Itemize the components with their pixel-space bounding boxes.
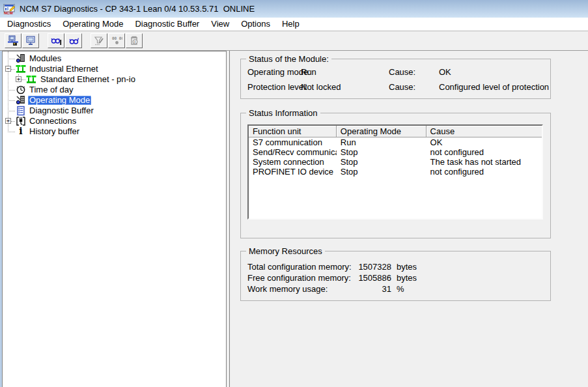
cell-operating-mode: Stop	[337, 157, 427, 167]
title-bar[interactable]: NCM NCM S7 Diagnostics - CP 343-1 Lean 0…	[0, 0, 588, 18]
ethernet-icon	[26, 74, 36, 85]
free-config-memory-value: 1505886	[332, 273, 391, 283]
cell-function-unit: S7 communication	[249, 137, 337, 147]
free-config-memory-unit: bytes	[397, 273, 417, 283]
tree-item-label[interactable]: Industrial Ethernet	[28, 64, 100, 74]
menu-diagnostics[interactable]: Diagnostics	[1, 18, 57, 31]
expand-box[interactable]: +	[16, 76, 21, 82]
cell-operating-mode: Stop	[337, 147, 427, 157]
tree-item-standard-ethernet[interactable]: + Standard Ethernet - pn-io	[3, 74, 226, 85]
menu-options[interactable]: Options	[235, 18, 276, 31]
main-area: Modules − Industrial Ethernet +	[0, 51, 588, 387]
group-title: Memory Resources	[246, 246, 325, 256]
buffer-list-icon	[16, 106, 26, 116]
glasses-icon	[68, 36, 79, 46]
tree-item-industrial-ethernet[interactable]: − Industrial Ethernet	[3, 64, 226, 74]
status-of-module-group: Status of the Module: Operating mode: Ru…	[240, 59, 551, 99]
cell-function-unit: PROFINET IO device	[249, 167, 337, 177]
module-info-button[interactable]: i	[126, 33, 143, 48]
memory-resources-group: Memory Resources Total configuration mem…	[240, 251, 551, 301]
cause-label: Cause:	[389, 82, 415, 92]
tree-item-label[interactable]: Standard Ethernet - pn-io	[39, 75, 137, 84]
module-icon	[16, 53, 26, 64]
clock-icon	[16, 85, 26, 95]
menu-diagnostic-buffer[interactable]: Diagnostic Buffer	[129, 18, 205, 31]
cell-cause: not configured	[427, 167, 542, 177]
tree-item-history-buffer[interactable]: i History buffer	[3, 126, 226, 137]
monitor-button[interactable]	[22, 33, 39, 48]
cell-cause: OK	[427, 137, 542, 147]
work-memory-usage-label: Work memory usage:	[247, 284, 328, 294]
total-config-memory-value: 1507328	[332, 262, 391, 272]
navigation-tree-panel[interactable]: Modules − Industrial Ethernet +	[2, 51, 227, 387]
counter-icon: 00 00	[111, 36, 122, 46]
tree-item-time-of-day[interactable]: Time of day	[3, 85, 226, 95]
cause-label: Cause:	[389, 67, 415, 77]
cell-operating-mode: Stop	[337, 167, 427, 177]
filter-pencil-icon	[94, 36, 104, 46]
cause-value: OK	[439, 67, 451, 77]
svg-text:i: i	[134, 39, 135, 44]
column-header-cause[interactable]: Cause	[427, 126, 542, 137]
tree-item-label[interactable]: Time of day	[28, 85, 74, 94]
tree-item-label[interactable]: Operating Mode	[28, 96, 91, 105]
cell-function-unit: System connection	[249, 157, 337, 167]
table-row[interactable]: PROFINET IO device Stop not configured	[249, 167, 542, 177]
column-header-operating-mode[interactable]: Operating Mode	[337, 126, 427, 137]
protection-level-label: Protection level:	[247, 82, 308, 92]
menu-operating-mode[interactable]: Operating Mode	[57, 18, 129, 31]
ethernet-icon	[16, 64, 26, 74]
info-i-icon: i	[16, 126, 26, 137]
menu-view[interactable]: View	[205, 18, 235, 31]
monitor-icon	[25, 36, 36, 46]
online-node-button[interactable]	[5, 33, 21, 48]
table-row[interactable]: Send/Recv communication Stop not configu…	[249, 147, 542, 157]
module-icon	[16, 95, 26, 106]
module-info-icon: i	[129, 36, 139, 46]
protection-level-value: Not locked	[301, 82, 341, 92]
menu-bar: Diagnostics Operating Mode Diagnostic Bu…	[0, 18, 588, 31]
tree-item-label[interactable]: Diagnostic Buffer	[28, 106, 95, 115]
cell-function-unit: Send/Recv communication	[249, 147, 337, 157]
glasses-bar-icon	[51, 36, 62, 46]
tree-item-connections[interactable]: + Connections	[3, 116, 226, 126]
view-filtered-button[interactable]	[48, 33, 64, 48]
menu-help[interactable]: Help	[276, 18, 305, 31]
filter-edit-button[interactable]	[91, 33, 107, 48]
tree-item-label[interactable]: Modules	[28, 54, 63, 63]
work-memory-usage-unit: %	[397, 284, 404, 294]
table-row[interactable]: System connection Stop The task has not …	[249, 157, 542, 167]
total-config-memory-unit: bytes	[397, 262, 417, 272]
group-title: Status of the Module:	[246, 54, 331, 64]
column-header-function-unit[interactable]: Function unit	[249, 126, 337, 137]
status-information-group: Status Information Function unit Operati…	[240, 113, 551, 238]
window-title: NCM S7 Diagnostics - CP 343-1 Lean 0/4 1…	[20, 4, 255, 14]
tree-item-operating-mode[interactable]: Operating Mode	[3, 95, 226, 106]
tree-item-label[interactable]: Connections	[28, 117, 77, 126]
cell-cause: The task has not started	[427, 157, 542, 167]
svg-text:00 00: 00 00	[112, 36, 122, 40]
cell-cause: not configured	[427, 147, 542, 157]
operating-mode-value: Run	[301, 67, 316, 77]
work-memory-usage-value: 31	[332, 284, 391, 294]
group-title: Status Information	[246, 108, 320, 118]
table-header: Function unit Operating Mode Cause	[249, 126, 542, 137]
table-row[interactable]: S7 communication Run OK	[249, 137, 542, 147]
svg-text:NCM: NCM	[4, 11, 13, 14]
cell-operating-mode: Run	[337, 137, 427, 147]
collapse-box[interactable]: −	[5, 66, 11, 72]
tree-item-modules[interactable]: Modules	[3, 53, 226, 64]
plug-icon	[16, 116, 26, 126]
tree-item-label[interactable]: History buffer	[28, 127, 81, 136]
navigation-tree: Modules − Industrial Ethernet +	[3, 51, 226, 137]
cause-value: Configured level of protection	[439, 82, 549, 92]
status-information-table[interactable]: Function unit Operating Mode Cause S7 co…	[247, 124, 543, 220]
expand-box[interactable]: +	[5, 118, 11, 124]
detail-panel: Status of the Module: Operating mode: Ru…	[229, 51, 588, 387]
toolbar: 00 00 i	[0, 31, 588, 51]
app-icon: NCM	[3, 4, 16, 14]
view-button[interactable]	[65, 33, 82, 48]
counter-button[interactable]: 00 00	[108, 33, 125, 48]
tree-item-diagnostic-buffer[interactable]: Diagnostic Buffer	[3, 106, 226, 116]
online-node-icon	[7, 35, 19, 46]
